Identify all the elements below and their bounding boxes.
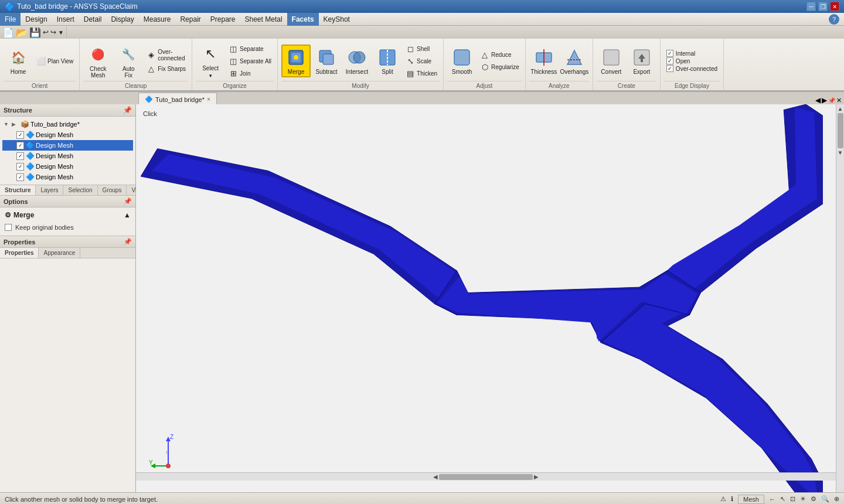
restore-button[interactable]: ❐ <box>818 2 828 11</box>
fix-sharps-button[interactable]: △ Fix Sharps <box>144 63 188 75</box>
menu-file[interactable]: File <box>0 13 21 26</box>
new-icon[interactable]: 📄 <box>2 27 14 38</box>
menu-detail[interactable]: Detail <box>79 13 107 26</box>
scroll-thumb-v[interactable] <box>838 113 843 148</box>
menu-facets[interactable]: Facets <box>287 13 319 26</box>
scroll-up-arrow[interactable]: ▲ <box>838 105 843 112</box>
smooth-button[interactable]: Smooth <box>447 46 477 76</box>
redo-icon[interactable]: ↪ <box>50 28 56 36</box>
separate-button[interactable]: ◫ Separate <box>226 43 274 55</box>
tree-item-0[interactable]: 🔷 Design Mesh <box>2 130 133 140</box>
plan-view-button[interactable]: ⬜ Plan View <box>34 55 76 67</box>
subtract-button[interactable]: Subtract <box>312 46 341 76</box>
over-connected-edge-checkbox[interactable] <box>666 65 673 72</box>
status-zoom-icon[interactable]: ⊕ <box>834 495 839 503</box>
menu-insert[interactable]: Insert <box>52 13 79 26</box>
tree-root[interactable]: ▼ ▶ 📦 Tuto_bad bridge* <box>2 119 133 130</box>
prop-tab-properties[interactable]: Properties <box>0 248 39 258</box>
more-icon[interactable]: ▼ <box>58 29 64 36</box>
viewport-scrollbar-v[interactable]: ▲ ▼ <box>836 104 844 492</box>
tab-close-all[interactable]: ✕ <box>836 97 842 104</box>
options-panel-title: ⚙ Merge ▲ <box>5 211 131 219</box>
close-button[interactable]: ✕ <box>830 2 839 11</box>
thickness-button[interactable]: Thickness <box>529 46 559 76</box>
select-button[interactable]: ↖ Select ▼ <box>196 42 225 80</box>
check-0[interactable] <box>16 131 24 139</box>
prop-tab-appearance[interactable]: Appearance <box>39 248 80 258</box>
tree-item-3[interactable]: 🔷 Design Mesh <box>2 161 133 172</box>
scroll-thumb-h[interactable] <box>439 474 533 480</box>
title-bar: 🔷 Tuto_bad bridge - ANSYS SpaceClaim ─ ❐… <box>0 0 844 13</box>
open-icon[interactable]: 📂 <box>16 27 28 38</box>
undo-icon[interactable]: ↩ <box>43 28 49 36</box>
viewport-scrollbar-h[interactable]: ◀ ▶ <box>136 472 836 481</box>
menu-keyshot[interactable]: KeyShot <box>319 13 355 26</box>
tree-item-2[interactable]: 🔷 Design Mesh <box>2 151 133 161</box>
shell-button[interactable]: ◻ Shell <box>403 43 440 55</box>
home-button[interactable]: 🏠 Home <box>4 46 33 76</box>
thicken-button[interactable]: ▤ Thicken <box>403 67 440 79</box>
merge-button[interactable]: Merge <box>281 45 311 77</box>
menu-measure[interactable]: Measure <box>139 13 176 26</box>
menu-design[interactable]: Design <box>21 13 52 26</box>
auto-fix-button[interactable]: 🔧 AutoFix <box>114 43 143 80</box>
minimize-button[interactable]: ─ <box>806 2 816 11</box>
keep-original-checkbox[interactable] <box>5 224 12 231</box>
tab-pin-icon[interactable]: 📌 <box>828 97 835 104</box>
status-cursor-icon[interactable]: ↖ <box>780 495 785 503</box>
tab-left-arrow[interactable]: ◀ <box>815 96 821 104</box>
open-checkbox[interactable] <box>666 57 673 64</box>
document-tab-main[interactable]: 🔷 Tuto_bad bridge* × <box>138 93 217 104</box>
scale-button[interactable]: ⤡ Scale <box>403 55 440 67</box>
menu-repair[interactable]: Repair <box>175 13 205 26</box>
tab-selection[interactable]: Selection <box>63 185 97 195</box>
menu-display[interactable]: Display <box>106 13 138 26</box>
menu-sheet-metal[interactable]: Sheet Metal <box>240 13 287 26</box>
properties-pin[interactable]: 📌 <box>124 238 132 246</box>
check-1[interactable] <box>16 142 24 149</box>
tree-item-4[interactable]: 🔷 Design Mesh <box>2 172 133 182</box>
tab-layers[interactable]: Layers <box>36 185 63 195</box>
export-button[interactable]: Export <box>627 46 656 76</box>
reduce-button[interactable]: △ Reduce <box>478 49 522 61</box>
status-settings-icon[interactable]: ⚙ <box>811 495 816 503</box>
viewport[interactable]: Click another mesh or solid body to merg… <box>136 104 844 492</box>
menu-prepare[interactable]: Prepare <box>206 13 240 26</box>
tab-groups[interactable]: Groups <box>98 185 127 195</box>
options-pin[interactable]: 📌 <box>124 197 132 205</box>
join-icon: ⊞ <box>229 69 238 78</box>
svg-text:↑: ↑ <box>165 449 168 455</box>
status-frame-icon[interactable]: ⊡ <box>790 495 795 503</box>
separate-all-button[interactable]: ◫ Separate All <box>226 55 274 67</box>
join-button[interactable]: ⊞ Join <box>226 67 274 79</box>
mesh-button[interactable]: Mesh <box>738 495 764 504</box>
check-4[interactable] <box>16 173 24 181</box>
over-connected-button[interactable]: ◈ Over-connected <box>144 47 188 63</box>
status-sun-icon[interactable]: ☀ <box>800 495 806 503</box>
split-button[interactable]: Split <box>373 46 402 76</box>
svg-point-24 <box>166 464 171 468</box>
convert-button[interactable]: Convert <box>597 46 626 76</box>
scroll-down-arrow[interactable]: ▼ <box>838 149 843 156</box>
root-expand[interactable]: ▼ <box>4 121 11 127</box>
save-icon[interactable]: 💾 <box>29 27 41 38</box>
tree-item-1[interactable]: 🔷 Design Mesh <box>2 140 133 151</box>
tab-close-button[interactable]: × <box>207 96 210 103</box>
tab-right-arrow[interactable]: ▶ <box>822 96 827 104</box>
intersect-button[interactable]: Intersect <box>342 46 372 76</box>
status-search-icon[interactable]: 🔍 <box>821 495 829 503</box>
status-arrow-icon[interactable]: ← <box>769 496 775 503</box>
root-expand2: ▶ <box>12 121 19 127</box>
help-icon[interactable]: ? <box>829 14 839 25</box>
scroll-right-arrow[interactable]: ▶ <box>533 474 540 480</box>
collapse-icon[interactable]: ▲ <box>124 211 131 219</box>
overhangs-button[interactable]: Overhangs <box>560 46 589 76</box>
structure-pin[interactable]: 📌 <box>123 106 132 114</box>
check-2[interactable] <box>16 152 24 160</box>
tab-structure[interactable]: Structure <box>0 185 36 195</box>
internal-checkbox[interactable] <box>666 50 673 57</box>
check-3[interactable] <box>16 163 24 171</box>
regularize-button[interactable]: ⬡ Regularize <box>478 62 522 73</box>
check-mesh-button[interactable]: 🔴 CheckMesh <box>83 43 113 80</box>
scroll-left-arrow[interactable]: ◀ <box>432 474 439 480</box>
